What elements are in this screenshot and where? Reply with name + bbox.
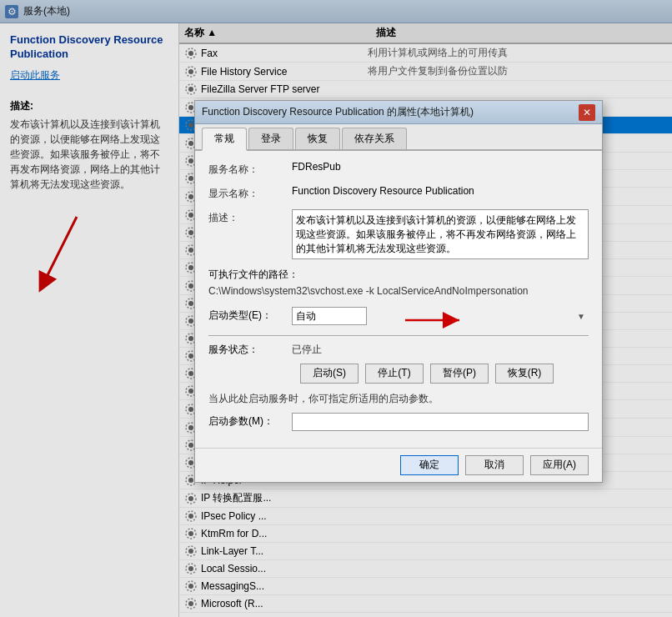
service-status-value: 已停止 bbox=[292, 343, 322, 357]
display-name-label: 显示名称： bbox=[208, 185, 292, 201]
action-buttons: 启动(S) 停止(T) 暂停(P) 恢复(R) bbox=[208, 364, 589, 384]
start-button[interactable]: 启动(S) bbox=[300, 364, 359, 384]
startup-select-wrapper: 自动手动禁用自动(延迟启动) bbox=[292, 307, 589, 325]
modal-overlay: Function Discovery Resource Publication … bbox=[0, 0, 672, 617]
divider-1 bbox=[208, 335, 589, 336]
modal-dialog: Function Discovery Resource Publication … bbox=[194, 100, 603, 483]
desc-label: 描述： bbox=[208, 209, 292, 225]
display-name-row: 显示名称： Function Discovery Resource Public… bbox=[208, 185, 589, 201]
startup-type-label: 启动类型(E)： bbox=[208, 308, 292, 323]
service-name-row: 服务名称： FDResPub bbox=[208, 161, 589, 177]
pause-button[interactable]: 暂停(P) bbox=[430, 364, 489, 384]
service-name-value: FDResPub bbox=[292, 161, 589, 173]
apply-button[interactable]: 应用(A) bbox=[530, 455, 589, 475]
exec-path-value: C:\Windows\system32\svchost.exe -k Local… bbox=[208, 284, 589, 298]
service-name-label: 服务名称： bbox=[208, 161, 292, 177]
exec-path-label: 可执行文件的路径： bbox=[208, 268, 589, 282]
display-name-value: Function Discovery Resource Publication bbox=[292, 185, 589, 197]
modal-footer: 确定 取消 应用(A) bbox=[195, 448, 602, 482]
dialog-close-button[interactable]: ✕ bbox=[579, 104, 595, 121]
cancel-button[interactable]: 取消 bbox=[465, 455, 524, 475]
resume-button[interactable]: 恢复(R) bbox=[495, 364, 554, 384]
dialog-tab[interactable]: 恢复 bbox=[295, 128, 340, 149]
params-row: 启动参数(M)： bbox=[208, 413, 589, 431]
startup-type-row: 启动类型(E)： 自动手动禁用自动(延迟启动) bbox=[208, 307, 589, 325]
dialog-tab[interactable]: 依存关系 bbox=[342, 128, 407, 149]
params-input[interactable] bbox=[292, 413, 589, 431]
dialog-tab[interactable]: 登录 bbox=[248, 128, 293, 149]
dialog-tabs: 常规登录恢复依存关系 bbox=[195, 124, 602, 151]
desc-textarea[interactable] bbox=[292, 209, 589, 259]
dialog-title: Function Discovery Resource Publication … bbox=[202, 105, 579, 119]
service-status-label: 服务状态： bbox=[208, 343, 292, 357]
exec-path-section: 可执行文件的路径： C:\Windows\system32\svchost.ex… bbox=[208, 268, 589, 298]
params-hint: 当从此处启动服务时，你可指定所适用的启动参数。 bbox=[208, 392, 589, 406]
startup-type-select[interactable]: 自动手动禁用自动(延迟启动) bbox=[292, 307, 367, 325]
modal-body: 服务名称： FDResPub 显示名称： Function Discovery … bbox=[195, 151, 602, 448]
modal-title-bar: Function Discovery Resource Publication … bbox=[195, 101, 602, 124]
service-status-row: 服务状态： 已停止 bbox=[208, 343, 589, 357]
params-label: 启动参数(M)： bbox=[208, 414, 292, 429]
ok-button[interactable]: 确定 bbox=[400, 455, 459, 475]
dialog-tab[interactable]: 常规 bbox=[202, 128, 247, 151]
stop-button[interactable]: 停止(T) bbox=[365, 364, 424, 384]
desc-row: 描述： bbox=[208, 209, 589, 259]
